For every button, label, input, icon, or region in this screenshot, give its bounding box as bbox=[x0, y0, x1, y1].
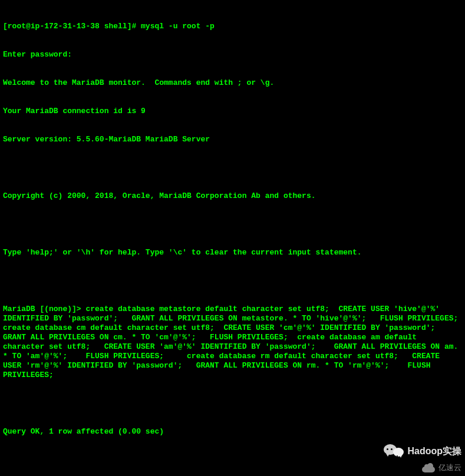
password-prompt: Enter password: bbox=[3, 50, 462, 60]
wechat-icon bbox=[384, 443, 404, 460]
yisu-label: 亿速云 bbox=[438, 463, 461, 472]
sql-command-block: MariaDB [(none)]> create database metast… bbox=[3, 305, 462, 380]
welcome-line-1: Welcome to the MariaDB monitor. Commands… bbox=[3, 78, 462, 88]
terminal-output: [root@ip-172-31-13-38 shell]# mysql -u r… bbox=[3, 3, 462, 476]
query-result: Query OK, 1 row affected (0.00 sec) bbox=[3, 427, 462, 437]
shell-prompt-line: [root@ip-172-31-13-38 shell]# mysql -u r… bbox=[3, 22, 462, 31]
yisu-watermark: 亿速云 bbox=[422, 463, 461, 472]
wechat-label: Hadoop实操 bbox=[407, 447, 461, 456]
copyright-line: Copyright (c) 2000, 2018, Oracle, MariaD… bbox=[3, 191, 462, 201]
cloud-icon bbox=[422, 463, 436, 472]
help-line: Type 'help;' or '\h' for help. Type '\c'… bbox=[3, 248, 462, 257]
welcome-line-3: Server version: 5.5.60-MariaDB MariaDB S… bbox=[3, 135, 462, 144]
wechat-watermark: Hadoop实操 bbox=[384, 443, 461, 460]
welcome-line-2: Your MariaDB connection id is 9 bbox=[3, 107, 462, 116]
